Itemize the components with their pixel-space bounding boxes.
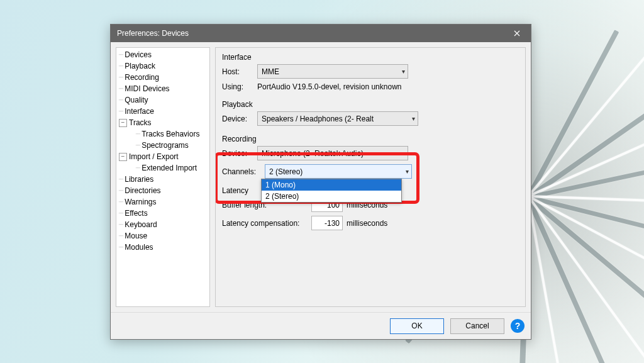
tree-item-midi-devices[interactable]: ┈MIDI Devices (116, 83, 209, 94)
channels-label: Channels: (222, 167, 261, 176)
cancel-button[interactable]: Cancel (450, 318, 504, 334)
category-tree[interactable]: ┈Devices┈Playback┈Recording┈MIDI Devices… (116, 47, 210, 307)
using-label: Using: (222, 82, 253, 91)
tree-item-tracks-behaviors[interactable]: ┈Tracks Behaviors (116, 128, 209, 140)
tree-item-libraries[interactable]: ┈Libraries (116, 174, 209, 185)
tree-item-label: Libraries (125, 175, 153, 184)
channels-dropdown-list[interactable]: 1 (Mono)2 (Stereo) (261, 179, 402, 203)
section-playback: Playback (222, 100, 519, 109)
chevron-down-icon: ▾ (412, 115, 415, 122)
channels-value: 2 (Stereo) (269, 167, 303, 176)
tree-item-playback[interactable]: ┈Playback (116, 60, 209, 72)
section-interface: Interface (222, 53, 519, 62)
tree-item-label: Import / Export (129, 152, 179, 161)
tree-item-label: Tracks (129, 118, 152, 127)
section-recording: Recording (222, 135, 519, 143)
close-icon[interactable] (503, 25, 531, 42)
tree-item-label: Quality (125, 96, 148, 104)
playback-device-dropdown[interactable]: Speakers / Headphones (2- Realt ▾ (257, 111, 418, 126)
tree-item-tracks[interactable]: −Tracks (116, 117, 209, 128)
recording-device-label: Device: (222, 149, 253, 158)
tree-item-label: Effects (125, 209, 147, 218)
tree-item-spectrograms[interactable]: ┈Spectrograms (116, 140, 209, 151)
tree-item-quality[interactable]: ┈Quality (116, 94, 209, 106)
tree-item-label: Playback (125, 62, 155, 70)
tree-item-import-export[interactable]: −Import / Export (116, 151, 209, 162)
latency-comp-input[interactable] (311, 216, 343, 230)
host-value: MME (262, 67, 279, 76)
settings-panel: Interface Host: MME ▾ Using: PortAudio V… (215, 47, 526, 307)
chevron-down-icon: ▾ (406, 168, 409, 175)
tree-item-devices[interactable]: ┈Devices (116, 49, 209, 60)
titlebar[interactable]: Preferences: Devices (111, 25, 531, 42)
tree-item-interface[interactable]: ┈Interface (116, 106, 209, 117)
tree-item-label: Spectrograms (142, 141, 189, 150)
tree-item-warnings[interactable]: ┈Warnings (116, 196, 209, 208)
tree-item-label: Tracks Behaviors (142, 130, 199, 138)
channels-dropdown[interactable]: 2 (Stereo) ▾ (265, 164, 412, 179)
window-title: Preferences: Devices (117, 29, 189, 38)
playback-device-label: Device: (222, 114, 253, 123)
chevron-down-icon: ▾ (402, 150, 405, 157)
channels-option[interactable]: 1 (Mono) (262, 179, 401, 191)
latency-comp-units: milliseconds (347, 219, 387, 228)
tree-item-label: Extended Import (142, 164, 197, 172)
dialog-footer: OK Cancel ? (111, 312, 531, 339)
preferences-window: Preferences: Devices ┈Devices┈Playback┈R… (110, 24, 531, 340)
tree-item-mouse[interactable]: ┈Mouse (116, 230, 209, 242)
host-label: Host: (222, 67, 253, 76)
tree-item-effects[interactable]: ┈Effects (116, 208, 209, 219)
channels-option[interactable]: 2 (Stereo) (262, 191, 401, 202)
tree-item-label: Directories (125, 186, 160, 195)
latency-comp-label: Latency compensation: (222, 219, 308, 228)
tree-item-modules[interactable]: ┈Modules (116, 242, 209, 253)
tree-item-label: MIDI Devices (125, 84, 169, 93)
tree-item-label: Keyboard (125, 220, 157, 229)
help-button[interactable]: ? (511, 319, 525, 333)
tree-item-label: Modules (125, 243, 153, 252)
tree-item-label: Mouse (125, 232, 147, 240)
using-value: PortAudio V19.5.0-devel, revision unknow… (257, 82, 401, 91)
chevron-down-icon: ▾ (402, 68, 405, 75)
tree-item-label: Recording (125, 73, 159, 82)
tree-item-directories[interactable]: ┈Directories (116, 185, 209, 196)
playback-device-value: Speakers / Headphones (2- Realt (262, 114, 374, 123)
tree-item-keyboard[interactable]: ┈Keyboard (116, 219, 209, 230)
collapse-icon[interactable]: − (119, 119, 127, 127)
host-dropdown[interactable]: MME ▾ (257, 64, 408, 79)
collapse-icon[interactable]: − (119, 153, 127, 161)
tree-item-recording[interactable]: ┈Recording (116, 72, 209, 83)
tree-item-label: Interface (125, 107, 154, 116)
tree-item-label: Devices (125, 50, 152, 59)
recording-device-dropdown[interactable]: Microphone (2- Realtek Audio) ▾ (257, 146, 408, 160)
tree-item-extended-import[interactable]: ┈Extended Import (116, 162, 209, 174)
tree-item-label: Warnings (125, 198, 156, 206)
recording-device-value: Microphone (2- Realtek Audio) (262, 149, 364, 158)
ok-button[interactable]: OK (390, 318, 444, 334)
